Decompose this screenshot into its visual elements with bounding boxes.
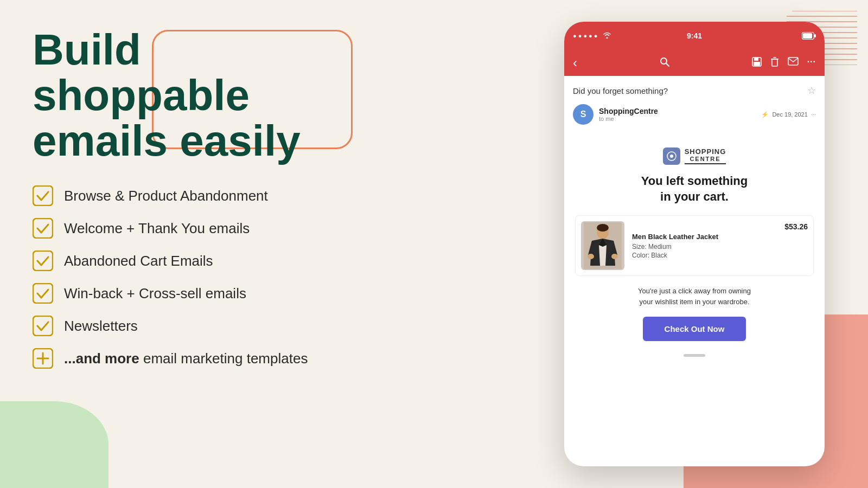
- shop-logo-text: SHOPPING CENTRE: [685, 148, 726, 164]
- svg-rect-13: [33, 251, 53, 271]
- lightning-icon: ⚡: [761, 111, 769, 118]
- check-icon: [33, 283, 53, 304]
- product-card: Men Black Leather Jacket Size: Medium Co…: [575, 215, 814, 276]
- status-bar: ● ● ● ● ● 9:41: [564, 22, 825, 50]
- product-details: Men Black Leather Jacket Size: Medium Co…: [632, 233, 777, 259]
- svg-point-35: [597, 224, 609, 232]
- list-item-more: ...and more email marketing templates: [33, 348, 412, 369]
- features-list: Browse & Product Abandonment Welcome + T…: [33, 185, 412, 369]
- product-name: Men Black Leather Jacket: [632, 233, 777, 241]
- check-icon: [33, 251, 53, 271]
- sender-to: to me: [599, 115, 658, 122]
- email-date: ⚡ Dec 19, 2021 ···: [761, 111, 816, 118]
- email-subject: Did you forget something?: [573, 86, 668, 95]
- product-color: Color: Black: [632, 252, 777, 259]
- mail-icon[interactable]: [788, 57, 799, 69]
- email-subject-row: Did you forget something? ☆: [573, 85, 816, 97]
- wifi-icon: [603, 32, 611, 40]
- toolbar-actions: ···: [752, 57, 816, 69]
- check-icon: [33, 218, 53, 239]
- svg-rect-28: [772, 59, 777, 66]
- list-item: Browse & Product Abandonment: [33, 185, 412, 206]
- phone-mockup: ● ● ● ● ● 9:41 ‹: [564, 22, 825, 466]
- svg-point-32: [670, 155, 673, 158]
- checkout-button[interactable]: Check Out Now: [643, 317, 746, 341]
- list-item: Newsletters: [33, 316, 412, 336]
- svg-rect-25: [754, 57, 758, 61]
- shop-logo-icon: [663, 147, 680, 165]
- home-indicator: [684, 354, 705, 357]
- star-icon[interactable]: ☆: [807, 85, 816, 97]
- delete-icon[interactable]: [770, 57, 779, 69]
- save-icon[interactable]: [752, 57, 762, 69]
- list-item: Win-back + Cross-sell emails: [33, 283, 412, 304]
- svg-rect-11: [33, 186, 53, 206]
- email-header: Did you forget something? ☆ S ShoppingCe…: [564, 76, 825, 142]
- product-image-svg: [584, 222, 622, 269]
- search-icon[interactable]: [659, 56, 670, 69]
- svg-rect-14: [33, 284, 53, 303]
- svg-rect-12: [33, 219, 53, 238]
- back-button[interactable]: ‹: [573, 55, 577, 70]
- phone-frame: ● ● ● ● ● 9:41 ‹: [564, 22, 825, 466]
- product-size: Size: Medium: [632, 243, 777, 251]
- svg-rect-21: [814, 34, 816, 37]
- plus-box-icon: [33, 348, 53, 369]
- sender-info: S ShoppingCentre to me: [573, 104, 658, 125]
- product-image: [581, 221, 624, 270]
- list-item: Welcome + Thank You emails: [33, 218, 412, 239]
- svg-rect-30: [788, 57, 798, 65]
- sender-avatar: S: [573, 104, 593, 125]
- list-item: Abandoned Cart Emails: [33, 251, 412, 271]
- left-panel: Build shoppable emails easily Browse & P…: [33, 27, 412, 381]
- email-headline: You left something in your cart.: [575, 174, 814, 204]
- svg-point-38: [611, 254, 618, 259]
- check-icon: [33, 316, 53, 336]
- product-price: $53.26: [784, 222, 808, 231]
- battery-icon: [802, 32, 816, 40]
- status-time: 9:41: [687, 31, 702, 40]
- svg-rect-26: [754, 62, 760, 66]
- green-blob-decoration: [0, 401, 108, 488]
- email-sender-row: S ShoppingCentre to me ⚡ Dec 19, 2021 ··…: [573, 104, 816, 125]
- svg-rect-15: [33, 316, 53, 336]
- signal-dots: ● ● ● ● ●: [573, 33, 597, 39]
- svg-rect-20: [803, 33, 812, 38]
- email-toolbar: ‹: [564, 50, 825, 76]
- email-body: SHOPPING CENTRE You left something in yo…: [564, 142, 825, 368]
- svg-point-37: [588, 254, 594, 259]
- status-signal: ● ● ● ● ●: [573, 32, 611, 40]
- status-battery: [802, 32, 816, 40]
- email-cta-text: You're just a click away from owning you…: [575, 286, 814, 307]
- svg-line-23: [666, 63, 669, 66]
- main-heading: Build shoppable emails easily: [33, 27, 412, 164]
- shop-logo: SHOPPING CENTRE: [575, 147, 814, 165]
- more-icon[interactable]: ···: [807, 57, 816, 69]
- sender-name: ShoppingCentre: [599, 107, 658, 115]
- sender-details: ShoppingCentre to me: [599, 107, 658, 122]
- date-more-icon[interactable]: ···: [811, 111, 816, 118]
- check-icon: [33, 185, 53, 206]
